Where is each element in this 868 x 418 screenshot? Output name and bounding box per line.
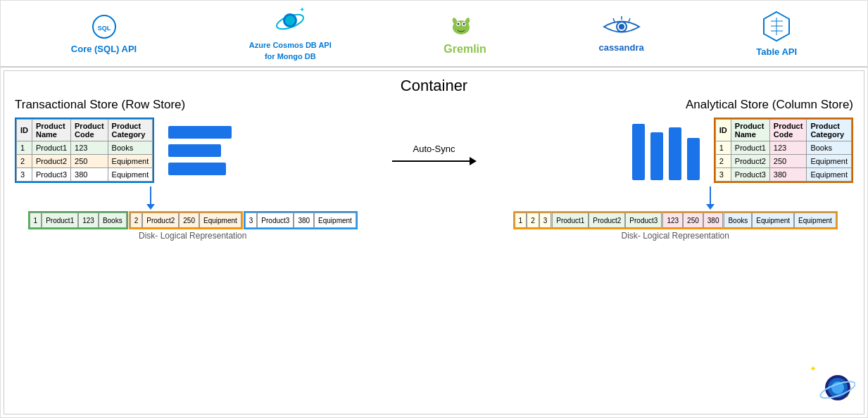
cth-category: ProductCategory	[807, 120, 852, 141]
nav-label-table: Table API	[756, 46, 797, 57]
cosmos-icon: ✦	[272, 6, 308, 38]
crow1-code: 123	[769, 141, 807, 155]
crow2-cat: Equipment	[807, 155, 852, 168]
dr3-code: 380	[294, 213, 314, 228]
row2-category: Equipment	[108, 155, 153, 168]
dr1-code: 123	[78, 213, 99, 228]
crow3-code: 380	[769, 168, 807, 182]
center-arrow-area: Auto-Sync	[371, 98, 498, 183]
right-down-arrow	[706, 186, 715, 210]
bar-3	[168, 163, 226, 175]
svg-text:✦: ✦	[299, 6, 305, 13]
cassandra-icon	[600, 15, 643, 39]
right-store-title: Analytical Store (Column Store)	[686, 98, 853, 112]
th-id: ID	[17, 120, 32, 141]
crow2-code: 250	[769, 155, 807, 168]
top-nav-bar: SQL Core (SQL) API ✦ Azure Cosmos DB API…	[1, 1, 867, 68]
crow2-id: 2	[715, 155, 731, 168]
dcname-3: Product3	[625, 213, 662, 228]
dcid-3: 3	[539, 213, 552, 228]
dr1-name: Product1	[42, 213, 78, 228]
row3-category: Equipment	[108, 168, 153, 182]
row1-id: 1	[17, 141, 32, 155]
row2-id: 2	[17, 155, 32, 168]
dr2-code: 250	[179, 213, 199, 228]
row3-name: Product3	[32, 168, 71, 182]
dcid-1: 1	[515, 213, 527, 228]
th-category: ProductCategory	[108, 120, 153, 141]
vertical-bars	[632, 120, 700, 180]
dccat-3: Equipment	[794, 213, 836, 228]
left-store-title: Transactional Store (Row Store)	[15, 98, 364, 112]
dr1-id: 1	[30, 213, 42, 228]
cth-code: ProductCode	[769, 120, 807, 141]
dr2-cat: Equipment	[199, 213, 241, 228]
row-store-table: ID ProductName ProductCode ProductCatego…	[16, 119, 153, 182]
crow1-cat: Books	[807, 141, 852, 155]
nav-label-cosmos-2: for Mongo DB	[265, 52, 316, 61]
sql-icon: SQL	[90, 13, 118, 41]
disk-row1-group: 1 Product1 123 Books	[28, 211, 128, 229]
nav-label-gremlin: Gremlin	[444, 43, 486, 56]
right-arrow	[392, 157, 477, 165]
svg-point-8	[458, 23, 460, 25]
dcname-2: Product2	[589, 213, 625, 228]
svg-text:✦: ✦	[810, 364, 817, 374]
arrow-head	[470, 157, 477, 165]
disk-section: 1 Product1 123 Books 2 Product2 250 Equi…	[15, 186, 853, 241]
stores-section: Transactional Store (Row Store) ID Produ…	[15, 98, 853, 183]
auto-sync-label: Auto-Sync	[413, 144, 455, 154]
disk-row3-group: 3 Product3 380 Equipment	[244, 211, 358, 229]
row2-name: Product2	[32, 155, 71, 168]
right-store: Analytical Store (Column Store)	[498, 98, 854, 183]
dcid-2: 2	[527, 213, 539, 228]
right-disk-cells: 1 2 3 Product1 Product2 Product3 123 250	[513, 211, 838, 229]
svg-line-17	[629, 18, 630, 22]
table-icon	[761, 11, 793, 42]
left-disk-cells: 1 Product1 123 Books 2 Product2 250 Equi…	[28, 211, 358, 229]
horizontal-bars	[168, 126, 232, 175]
nav-item-sql[interactable]: SQL Core (SQL) API	[71, 13, 137, 54]
planet-decoration: ✦ ✦	[810, 363, 855, 408]
left-down-arrow	[146, 186, 155, 210]
row2-code: 250	[71, 155, 108, 168]
dcname-1: Product1	[552, 213, 589, 228]
row3-code: 380	[71, 168, 108, 182]
right-disk-section: 1 2 3 Product1 Product2 Product3 123 250	[498, 186, 854, 241]
container-title: Container	[15, 77, 853, 95]
dccode-2: 250	[683, 213, 703, 228]
left-arrow-line	[150, 186, 151, 204]
vbar-2	[650, 132, 663, 180]
nav-label-sql: Core (SQL) API	[71, 44, 137, 54]
crow1-name: Product1	[731, 141, 769, 155]
main-content-area: Container Transactional Store (Row Store…	[4, 70, 864, 414]
bar-2	[168, 144, 221, 157]
right-arrow-line	[710, 186, 711, 204]
dr3-name: Product3	[257, 213, 294, 228]
row1-category: Books	[108, 141, 153, 155]
nav-item-gremlin[interactable]: Gremlin	[444, 12, 486, 56]
nav-item-cosmos[interactable]: ✦ Azure Cosmos DB API for Mongo DB	[249, 6, 332, 61]
svg-point-14	[619, 24, 624, 30]
vbar-4	[687, 138, 700, 180]
crow3-name: Product3	[731, 168, 769, 182]
cth-name: ProductName	[731, 120, 769, 141]
col-store-table: ID ProductName ProductCode ProductCatego…	[715, 119, 852, 182]
nav-label-cassandra: cassandra	[598, 42, 643, 53]
dr3-cat: Equipment	[314, 213, 356, 228]
dr2-id: 2	[130, 213, 143, 228]
nav-item-table[interactable]: Table API	[756, 11, 797, 57]
crow2-name: Product2	[731, 155, 769, 168]
right-arrow-head	[706, 204, 715, 210]
nav-item-cassandra[interactable]: cassandra	[598, 15, 643, 53]
planet-svg: ✦ ✦	[810, 363, 855, 405]
dr3-id: 3	[245, 213, 258, 228]
svg-text:SQL: SQL	[97, 25, 111, 32]
svg-line-15	[613, 18, 615, 22]
dccat-2: Equipment	[752, 213, 794, 228]
nav-label-cosmos-1: Azure Cosmos DB API	[249, 41, 332, 49]
left-store-visuals: ID ProductName ProductCode ProductCatego…	[15, 118, 364, 183]
svg-point-10	[463, 23, 465, 25]
row1-code: 123	[71, 141, 108, 155]
right-store-visuals: ID ProductName ProductCode ProductCatego…	[632, 118, 853, 183]
